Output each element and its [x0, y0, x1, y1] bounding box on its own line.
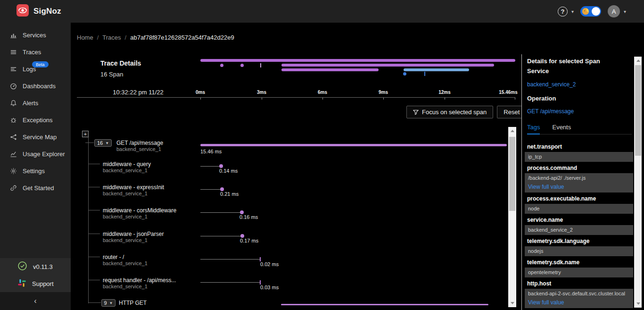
chevron-down-icon: ▼	[109, 301, 113, 305]
scroll-up-button[interactable]	[511, 130, 514, 132]
breadcrumb-separator: /	[97, 34, 99, 41]
tag-value: ip_tcp	[525, 152, 633, 162]
avatar[interactable]: A	[608, 5, 620, 17]
span-name[interactable]: middleware - jsonParser	[103, 231, 164, 237]
chevron-down-icon[interactable]: ▾	[624, 9, 626, 14]
tree-connector	[89, 234, 100, 234]
sidebar-item-exceptions[interactable]: Exceptions	[0, 111, 71, 128]
scroll-up-button[interactable]	[636, 59, 640, 62]
overview-span-mark[interactable]	[281, 64, 494, 67]
overview-span-mark[interactable]	[220, 64, 223, 67]
span-name[interactable]: router - /	[103, 254, 124, 260]
tag-key: telemetry.sdk.name	[525, 258, 633, 268]
span-name[interactable]: middleware - expressInit	[103, 184, 164, 191]
sidebar-item-usage-explorer[interactable]: Usage Explorer	[0, 145, 71, 162]
gear-icon	[10, 168, 17, 175]
sidebar-item-settings[interactable]: Settings	[0, 162, 71, 179]
sidebar-item-label: Usage Explorer	[23, 151, 65, 158]
sidebar-item-services[interactable]: Services	[0, 26, 71, 43]
span-duration-tick[interactable]	[260, 280, 261, 285]
app-logo[interactable]: SigNoz	[0, 4, 61, 18]
axis-tick-label: 15.46ms	[499, 90, 517, 95]
operation-link[interactable]: GET /api/message	[527, 108, 574, 115]
span-name[interactable]: HTTP GET	[119, 300, 147, 306]
bell-icon	[10, 100, 17, 107]
tag-key: process.executable.name	[525, 194, 633, 204]
sidebar-collapse-button[interactable]: ‹	[0, 292, 71, 310]
operation-label: Operation	[527, 95, 556, 102]
span-name[interactable]: request handler - /api/mess...	[103, 277, 176, 284]
axis-tick-mark	[200, 98, 201, 100]
expand-all-button[interactable]: +	[82, 131, 89, 137]
axis-tick-label: 12ms	[438, 90, 451, 95]
overview-span-mark[interactable]	[404, 68, 469, 71]
gantt-chart: + 16▼GET /api/messagebackend_service_115…	[77, 124, 516, 310]
scroll-down-button[interactable]	[636, 302, 640, 305]
navbar-controls: ? ▾ A ▾	[558, 5, 644, 17]
tree-connector	[89, 302, 101, 303]
sidebar-item-service-map[interactable]: Service Map	[0, 128, 71, 145]
help-button[interactable]: ?	[558, 7, 568, 17]
span-duration-bar[interactable]	[281, 304, 488, 305]
tag-key: http.host	[525, 279, 633, 289]
span-duration-tick[interactable]	[260, 257, 261, 261]
span-service-name: backend_service_1	[103, 168, 148, 173]
span-offset-line	[200, 236, 241, 236]
sidebar-item-alerts[interactable]: Alerts	[0, 94, 71, 111]
scroll-down-button[interactable]	[511, 302, 514, 304]
gantt-scrollbar-thumb[interactable]	[509, 137, 515, 211]
tag-value: backend_service_2	[525, 225, 633, 235]
moon-icon	[582, 8, 589, 15]
span-name[interactable]: GET /api/message	[116, 140, 163, 146]
chevron-down-icon[interactable]: ▾	[571, 9, 574, 14]
span-duration-dot[interactable]	[219, 164, 223, 168]
sidebar-menu: ServicesTracesLogsBetaDashboardsAlertsEx…	[0, 23, 71, 196]
top-navbar: SigNoz ? ▾ A ▾	[0, 0, 644, 23]
support-label: Support	[32, 280, 54, 287]
tree-connector	[85, 142, 94, 143]
breadcrumb-item-home[interactable]: Home	[77, 34, 93, 41]
breadcrumb-item-traces[interactable]: Traces	[102, 34, 121, 41]
sidebar-item-get-started[interactable]: Get Started	[0, 179, 71, 196]
axis-tick-label: 6ms	[318, 90, 327, 95]
focus-on-selected-span-button[interactable]: Focus on selected span	[406, 106, 493, 118]
span-duration-label: 0.03 ms	[260, 285, 279, 290]
beta-badge: Beta	[32, 61, 49, 67]
tab-tags[interactable]: Tags	[527, 124, 540, 131]
span-children-count-select[interactable]: 16▼	[94, 139, 112, 147]
overview-span-mark[interactable]	[403, 72, 406, 75]
span-duration-dot[interactable]	[240, 234, 244, 238]
sidebar-item-label: Dashboards	[23, 83, 56, 90]
span-duration-bar[interactable]	[200, 144, 507, 146]
view-full-value-link[interactable]: View full value	[528, 296, 630, 306]
sidebar: ServicesTracesLogsBetaDashboardsAlertsEx…	[0, 23, 71, 310]
span-duration-dot[interactable]	[220, 187, 224, 191]
sidebar-item-label: Settings	[23, 168, 45, 175]
span-name[interactable]: middleware - query	[103, 161, 151, 168]
span-offset-line	[200, 212, 240, 213]
tab-events[interactable]: Events	[552, 124, 571, 131]
sidebar-item-traces[interactable]: Traces	[0, 43, 71, 60]
view-full-value-link[interactable]: View full value	[528, 181, 630, 190]
sidebar-item-dashboards[interactable]: Dashboards	[0, 77, 71, 94]
overview-span-mark[interactable]	[200, 59, 515, 62]
tag-key: service.name	[525, 215, 633, 225]
timeline-axis	[77, 97, 515, 98]
sidebar-item-logs[interactable]: LogsBeta	[0, 60, 71, 77]
span-children-count-select[interactable]: 9▼	[101, 299, 116, 307]
link-icon	[10, 184, 17, 192]
theme-toggle[interactable]	[580, 6, 601, 17]
span-offset-line	[200, 282, 260, 283]
details-scrollbar-thumb[interactable]	[635, 65, 641, 156]
overview-span-mark[interactable]	[424, 72, 425, 76]
axis-tick-mark	[445, 98, 445, 100]
axis-tick-label: 3ms	[257, 90, 266, 95]
overview-span-mark[interactable]	[240, 64, 244, 67]
service-link[interactable]: backend_service_2	[527, 81, 576, 88]
axis-tick-mark	[262, 98, 262, 100]
span-duration-dot[interactable]	[240, 210, 244, 214]
overview-span-mark[interactable]	[260, 63, 261, 67]
support-item[interactable]: Support	[0, 275, 71, 292]
span-name[interactable]: middleware - corsMiddleware	[103, 207, 176, 214]
overview-span-mark[interactable]	[281, 68, 379, 71]
